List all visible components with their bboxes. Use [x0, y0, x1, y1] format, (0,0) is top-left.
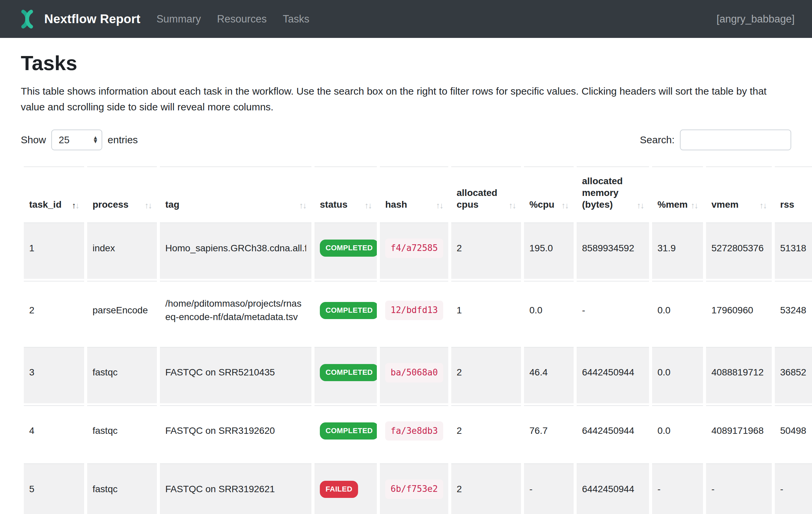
sort-icon: ↑↓ — [561, 200, 568, 210]
search-input[interactable] — [680, 130, 791, 150]
page-title: Tasks — [21, 51, 791, 75]
cell-rss: - — [775, 463, 812, 514]
sort-icon: ↑↓ — [436, 200, 443, 210]
col-header-rss[interactable]: rss ↑↓ — [775, 166, 812, 220]
cell-tag: FASTQC on SRR3192621 — [160, 463, 312, 514]
table-row: 1indexHomo_sapiens.GRCh38.cdna.all.fa.gz… — [24, 222, 812, 279]
cell-hash: ba/5068a0 — [380, 347, 448, 403]
status-badge: COMPLETED — [320, 302, 377, 319]
cell-status: COMPLETED — [315, 222, 377, 279]
status-badge: FAILED — [320, 481, 358, 498]
col-header-status[interactable]: status ↑↓ — [315, 166, 377, 220]
cell-task-id: 3 — [24, 347, 84, 403]
cell-pcpu: 46.4 — [524, 347, 574, 403]
page-length-control: Show 25 ▲▼ entries — [21, 130, 138, 150]
table-row: 5fastqcFASTQC on SRR3192621FAILED6b/f753… — [24, 463, 812, 514]
nav-link-resources[interactable]: Resources — [217, 13, 266, 25]
cell-rss: 50498 — [775, 405, 812, 462]
page-length-select[interactable]: 25 ▲▼ — [51, 130, 102, 150]
cell-tag: FASTQC on SRR5210435 — [160, 347, 312, 403]
table-row: 2parseEncode/home/pditommaso/projects/rn… — [24, 281, 812, 345]
search-control: Search: — [640, 130, 791, 150]
sort-icon: ↑↓ — [637, 200, 644, 210]
cell-hash: 12/bdfd13 — [380, 281, 448, 345]
cell-rss: 51318 — [775, 222, 812, 279]
hash-code: 12/bdfd13 — [385, 301, 443, 320]
cell-vmem: 5272805376 — [706, 222, 772, 279]
cell-process: fastqc — [87, 347, 157, 403]
cell-memory: 8589934592 — [577, 222, 649, 279]
cell-vmem: 4088819712 — [706, 347, 772, 403]
col-header-tag[interactable]: tag ↑↓ — [160, 166, 312, 220]
col-header-allocated-cpus[interactable]: allocated cpus ↑↓ — [451, 166, 521, 220]
sort-icon: ↑↓ — [759, 200, 766, 210]
page-length-value: 25 — [59, 135, 69, 145]
cell-memory: 6442450944 — [577, 405, 649, 462]
cell-memory: 6442450944 — [577, 463, 649, 514]
cell-pcpu: 195.0 — [524, 222, 574, 279]
cell-vmem: - — [706, 463, 772, 514]
table-row: 3fastqcFASTQC on SRR5210435COMPLETEDba/5… — [24, 347, 812, 403]
cell-memory: - — [577, 281, 649, 345]
tasks-table-scroll-area[interactable]: task_id ↑↓ process ↑↓ tag ↑↓ status ↑↓ h… — [21, 164, 812, 514]
cell-vmem: 4089171968 — [706, 405, 772, 462]
cell-pmem: 0.0 — [652, 347, 703, 403]
cell-tag: Homo_sapiens.GRCh38.cdna.all.fa.gz — [160, 222, 312, 279]
table-controls: Show 25 ▲▼ entries Search: — [21, 130, 791, 150]
nextflow-logo-icon — [18, 9, 37, 29]
table-row: 4fastqcFASTQC on SRR3192620COMPLETEDfa/3… — [24, 405, 812, 462]
select-updown-icon: ▲▼ — [92, 136, 98, 143]
cell-vmem: 17960960 — [706, 281, 772, 345]
search-label: Search: — [640, 134, 674, 145]
sort-icon: ↑↓ — [509, 200, 516, 210]
col-header-allocated-memory[interactable]: allocated memory (bytes) ↑↓ — [577, 166, 649, 220]
navbar-brand[interactable]: Nextflow Report — [18, 9, 141, 29]
hash-code: ba/5068a0 — [385, 363, 443, 382]
col-header-hash[interactable]: hash ↑↓ — [380, 166, 448, 220]
cell-process: index — [87, 222, 157, 279]
status-badge: COMPLETED — [320, 423, 377, 439]
status-badge: COMPLETED — [320, 240, 377, 257]
cell-process: parseEncode — [87, 281, 157, 345]
col-header-process[interactable]: process ↑↓ — [87, 166, 157, 220]
sort-icon: ↑↓ — [72, 200, 79, 210]
cell-status: COMPLETED — [315, 347, 377, 403]
status-badge: COMPLETED — [320, 364, 377, 381]
col-header-vmem[interactable]: vmem ↑↓ — [706, 166, 772, 220]
col-header-task-id[interactable]: task_id ↑↓ — [24, 166, 84, 220]
nav-link-summary[interactable]: Summary — [156, 13, 201, 25]
cell-cpus: 2 — [451, 463, 521, 514]
cell-pcpu: 76.7 — [524, 405, 574, 462]
sort-icon: ↑↓ — [299, 200, 306, 210]
nav-link-tasks[interactable]: Tasks — [283, 13, 310, 25]
main-content: Tasks This table shows information about… — [0, 38, 812, 514]
header-row: task_id ↑↓ process ↑↓ tag ↑↓ status ↑↓ h… — [24, 166, 812, 220]
brand-title: Nextflow Report — [44, 12, 141, 26]
cell-hash: 6b/f753e2 — [380, 463, 448, 514]
entries-label: entries — [108, 134, 138, 145]
cell-status: COMPLETED — [315, 405, 377, 462]
col-header-pmem[interactable]: %mem ↑↓ — [652, 166, 703, 220]
sort-icon: ↑↓ — [145, 200, 151, 210]
cell-task-id: 2 — [24, 281, 84, 345]
nav-links: Summary Resources Tasks — [156, 13, 325, 25]
cell-memory: 6442450944 — [577, 347, 649, 403]
cell-status: FAILED — [315, 463, 377, 514]
cell-task-id: 4 — [24, 405, 84, 462]
cell-rss: 36852 — [775, 347, 812, 403]
cell-pmem: 31.9 — [652, 222, 703, 279]
cell-hash: fa/3e8db3 — [380, 405, 448, 462]
col-header-pcpu[interactable]: %cpu ↑↓ — [524, 166, 574, 220]
tasks-table: task_id ↑↓ process ↑↓ tag ↑↓ status ↑↓ h… — [21, 164, 812, 514]
hash-code: f4/a72585 — [385, 239, 443, 258]
cell-status: COMPLETED — [315, 281, 377, 345]
sort-icon: ↑↓ — [365, 200, 372, 210]
table-body: 1indexHomo_sapiens.GRCh38.cdna.all.fa.gz… — [24, 222, 812, 514]
cell-task-id: 1 — [24, 222, 84, 279]
show-label: Show — [21, 134, 46, 145]
cell-cpus: 2 — [451, 405, 521, 462]
cell-process: fastqc — [87, 463, 157, 514]
cell-pcpu: 0.0 — [524, 281, 574, 345]
cell-pcpu: - — [524, 463, 574, 514]
run-name-label: [angry_babbage] — [717, 13, 794, 25]
